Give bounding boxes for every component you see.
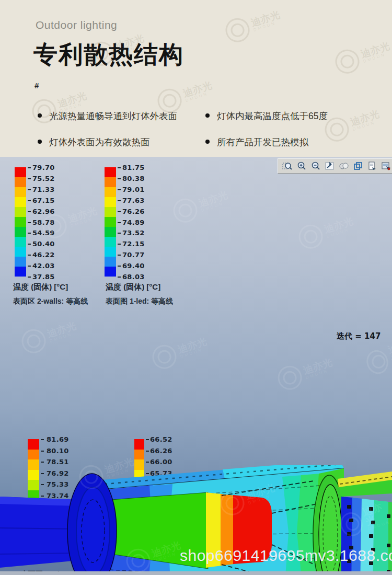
page: Outdoor lighting 专利散热结构 # 光源热量通畅导通到灯体外表面… <box>0 0 392 575</box>
legend-value: 79.70 <box>32 164 55 171</box>
legend-value: 74.89 <box>122 218 145 226</box>
legend-tick <box>118 189 121 190</box>
hash-mark: # <box>34 81 39 90</box>
cfd-toolbar <box>278 158 392 174</box>
legend-tick <box>146 451 149 452</box>
legend-value: 66.26 <box>150 447 172 455</box>
legend-tick <box>118 244 121 245</box>
header-section: Outdoor lighting 专利散热结构 # 光源热量通畅导通到灯体外表面… <box>0 0 392 157</box>
color-scale-bar <box>105 167 116 277</box>
legend-tick <box>118 255 121 256</box>
zoom-window-icon[interactable] <box>282 161 293 171</box>
legend-value: 71.33 <box>32 186 55 193</box>
legend-value: 46.22 <box>32 251 55 259</box>
report-page-icon[interactable] <box>367 161 377 171</box>
bullet-label: 光源热量通畅导通到灯体外表面 <box>49 111 177 121</box>
bullet-item: 光源热量通畅导通到灯体外表面 <box>38 110 177 122</box>
view-box-icon[interactable] <box>353 161 363 171</box>
legend-title: 温度 (固体) [°C] <box>13 282 68 292</box>
legend-tick <box>28 244 31 245</box>
legend-tick <box>28 200 31 201</box>
bullet-dot <box>38 113 42 118</box>
save-image-icon[interactable] <box>381 161 391 171</box>
eyebrow-text: Outdoor lighting <box>36 19 117 31</box>
cfd-screenshot: 迭代 = 147 79.7075.5271.3367.1562.9658.785… <box>0 157 392 575</box>
zoom-out-icon[interactable] <box>310 161 321 171</box>
bullet-dot <box>205 140 210 144</box>
legend-tick <box>28 189 31 190</box>
bullet-dot <box>205 113 210 118</box>
legend-value: 77.63 <box>122 197 145 204</box>
legend-value: 81.75 <box>122 164 145 171</box>
legend-tick <box>118 233 121 234</box>
legend-value: 79.01 <box>122 186 145 193</box>
bullet-label: 所有产品开发已热模拟 <box>217 137 308 147</box>
zoom-in-icon[interactable] <box>296 161 307 171</box>
bullet-item: 灯体内最高温度点低于65度 <box>205 110 328 122</box>
legend-value: 66.00 <box>150 458 172 466</box>
model-arm <box>0 497 78 568</box>
pan-arrow-icon[interactable] <box>325 161 335 171</box>
rotate-3d-icon[interactable] <box>339 161 349 171</box>
legend-tick <box>41 462 44 463</box>
legend-tick <box>118 167 121 168</box>
legend-tick <box>41 451 44 452</box>
page-title: 专利散热结构 <box>33 39 184 71</box>
legend-tick <box>28 167 31 168</box>
legend-tick <box>146 462 149 463</box>
legend-value: 73.52 <box>122 229 145 237</box>
bullet-item: 所有产品开发已热模拟 <box>205 136 308 148</box>
legend-value: 67.15 <box>32 197 55 204</box>
legend-title: 温度 (固体) [°C] <box>106 282 160 292</box>
legend-tick <box>118 178 121 179</box>
legend-tick <box>118 266 121 267</box>
legend-value: 81.69 <box>47 435 69 443</box>
legend-tick <box>118 277 121 278</box>
legend-value: 54.59 <box>32 229 55 237</box>
legend-tick <box>28 266 31 267</box>
legend-value: 70.77 <box>122 251 145 259</box>
shop-url: shop6691419695mv3.1688.com <box>180 547 392 565</box>
legend-tick <box>41 439 44 440</box>
legend-tick <box>28 277 31 278</box>
legend-value: 42.03 <box>32 262 55 270</box>
legend-tick <box>118 211 121 212</box>
bullet-label: 灯体外表面为有效散热面 <box>49 137 150 147</box>
legend-value: 75.52 <box>32 175 55 182</box>
legend-tick <box>28 211 31 212</box>
legend-tick <box>146 439 149 440</box>
bottom-strip <box>0 571 392 575</box>
legend-value: 50.40 <box>32 240 55 248</box>
legend-subtitle: 表面图 1-led: 等高线 <box>106 297 173 306</box>
legend-value: 62.96 <box>32 208 55 215</box>
bullet-dot <box>38 140 42 144</box>
legend-tick <box>28 233 31 234</box>
legend-tick <box>118 222 121 223</box>
legend-value: 37.85 <box>32 273 55 281</box>
legend-value: 80.38 <box>122 175 145 182</box>
legend-value: 72.15 <box>122 240 145 248</box>
legend-tick <box>118 200 121 201</box>
legend-tick <box>28 178 31 179</box>
legend-value: 80.10 <box>47 447 69 455</box>
bullet-item: 灯体外表面为有效散热面 <box>38 136 150 148</box>
legend-value: 78.51 <box>47 458 69 466</box>
legend-value: 66.52 <box>150 435 172 443</box>
legend-value: 68.03 <box>122 273 145 281</box>
iteration-label: 迭代 = 147 <box>337 331 381 341</box>
legend-value: 58.78 <box>32 218 55 226</box>
legend-tick <box>28 222 31 223</box>
bullet-label: 灯体内最高温度点低于65度 <box>217 111 328 121</box>
color-scale-bar <box>15 167 26 277</box>
legend-value: 76.26 <box>122 208 145 215</box>
legend-value: 69.40 <box>122 262 145 270</box>
legend-tick <box>28 255 31 256</box>
legend-subtitle: 表面区 2-walls: 等高线 <box>13 297 88 306</box>
